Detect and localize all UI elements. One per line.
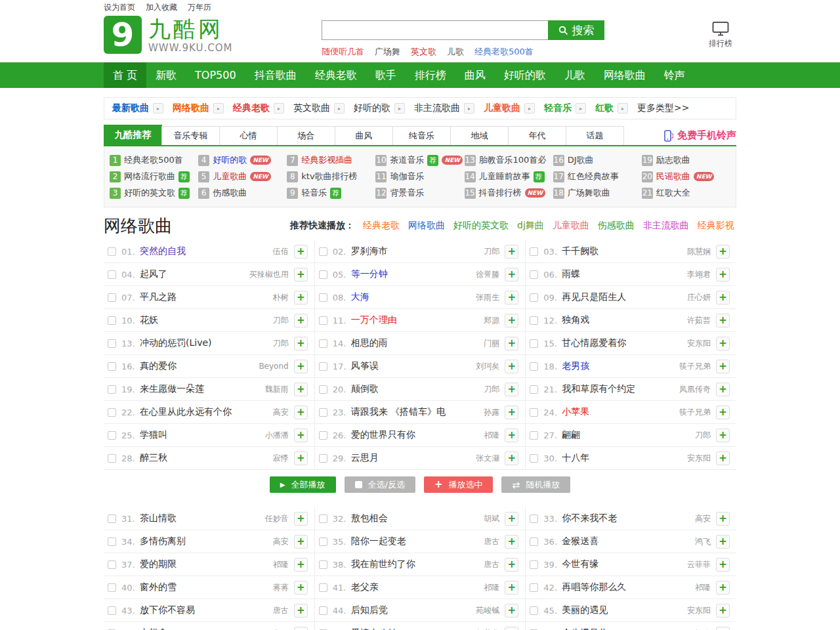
- add-to-playlist-button[interactable]: +: [716, 383, 730, 396]
- song-checkbox[interactable]: [530, 454, 538, 463]
- song-checkbox[interactable]: [319, 606, 327, 615]
- song-artist-link[interactable]: 刀郎: [269, 338, 289, 349]
- topbar-link[interactable]: 设为首页: [104, 3, 135, 12]
- tab[interactable]: 曲风: [335, 126, 393, 145]
- song-title-link[interactable]: 千千阙歌: [562, 245, 598, 257]
- add-to-playlist-button[interactable]: +: [294, 268, 308, 282]
- search-input[interactable]: [322, 20, 548, 40]
- nav-item[interactable]: 首 页: [104, 62, 146, 88]
- song-title-link[interactable]: 今生遇见你: [562, 627, 608, 630]
- free-ringtone-link[interactable]: 免费手机铃声: [664, 129, 736, 142]
- song-title-link[interactable]: 罗刹海市: [351, 245, 388, 257]
- song-artist-link[interactable]: 筷子兄弟: [675, 361, 711, 372]
- nav-item[interactable]: 曲风: [455, 62, 495, 88]
- song-checkbox[interactable]: [108, 537, 116, 546]
- song-title-link[interactable]: 花妖: [140, 314, 158, 326]
- song-checkbox[interactable]: [108, 293, 116, 302]
- song-artist-link[interactable]: 蒋蒋: [269, 582, 289, 593]
- song-artist-link[interactable]: 任妙音: [261, 513, 289, 524]
- tab[interactable]: 话题: [566, 126, 624, 145]
- song-artist-link[interactable]: 庄心妍: [683, 292, 711, 303]
- nav-item[interactable]: 儿歌: [555, 62, 595, 88]
- song-title-link[interactable]: 在心里从此永远有个你: [140, 406, 232, 418]
- song-title-link[interactable]: 再见只是陌生人: [562, 291, 626, 303]
- add-to-playlist-button[interactable]: +: [294, 535, 308, 549]
- add-to-playlist-button[interactable]: +: [716, 314, 730, 327]
- expand-arrow-icon[interactable]: ▸: [618, 103, 628, 114]
- song-title-link[interactable]: 一万个理由: [351, 314, 397, 326]
- add-to-playlist-button[interactable]: +: [716, 452, 730, 465]
- add-to-playlist-button[interactable]: +: [294, 604, 308, 618]
- add-to-playlist-button[interactable]: +: [505, 604, 518, 618]
- topbar-link[interactable]: 万年历: [188, 3, 211, 12]
- category-link[interactable]: 网络流行歌曲: [124, 171, 175, 182]
- song-title-link[interactable]: 雨蝶: [562, 268, 580, 280]
- nav-item[interactable]: TOP500: [186, 62, 245, 88]
- song-checkbox[interactable]: [319, 293, 327, 302]
- tab[interactable]: 地域: [450, 126, 509, 145]
- nav-item[interactable]: 经典老歌: [306, 62, 366, 88]
- song-title-link[interactable]: 独角戏: [562, 314, 589, 326]
- tab[interactable]: 纯音乐: [392, 126, 451, 145]
- song-artist-link[interactable]: 刀郎: [480, 246, 499, 257]
- song-title-link[interactable]: 金猴送喜: [562, 536, 598, 547]
- song-artist-link[interactable]: 许茹芸: [683, 315, 711, 326]
- song-artist-link[interactable]: 祁隆: [269, 559, 289, 570]
- subnav-link[interactable]: 更多类型>>: [637, 102, 689, 114]
- song-artist-link[interactable]: 陈慧娴: [683, 246, 711, 257]
- play-selected-button[interactable]: +播放选中: [424, 476, 494, 493]
- play-all-button[interactable]: ▶全部播放: [270, 476, 336, 493]
- add-to-playlist-button[interactable]: +: [716, 581, 730, 595]
- add-to-playlist-button[interactable]: +: [505, 245, 518, 259]
- add-to-playlist-button[interactable]: +: [294, 558, 308, 572]
- expand-arrow-icon[interactable]: ▸: [274, 103, 284, 114]
- song-title-link[interactable]: 窗外的雪: [140, 581, 177, 593]
- category-link[interactable]: 抖音排行榜: [479, 187, 522, 199]
- song-title-link[interactable]: 老男孩: [562, 360, 589, 372]
- category-link[interactable]: 经典老歌500首: [124, 154, 183, 166]
- add-to-playlist-button[interactable]: +: [716, 604, 730, 618]
- song-checkbox[interactable]: [530, 408, 538, 417]
- song-checkbox[interactable]: [108, 454, 116, 463]
- add-to-playlist-button[interactable]: +: [505, 291, 518, 304]
- add-to-playlist-button[interactable]: +: [716, 429, 730, 442]
- song-title-link[interactable]: 十八年: [562, 452, 589, 464]
- hot-link[interactable]: 随便听几首: [322, 46, 364, 58]
- song-checkbox[interactable]: [108, 247, 116, 256]
- quick-play-link[interactable]: 伤感歌曲: [598, 220, 635, 232]
- song-artist-link[interactable]: 刘珂矣: [472, 361, 499, 372]
- song-checkbox[interactable]: [108, 385, 116, 394]
- tab[interactable]: 音乐专辑: [161, 126, 220, 145]
- quick-play-link[interactable]: 儿童歌曲: [553, 220, 589, 232]
- nav-item[interactable]: 铃声: [655, 62, 694, 88]
- subnav-link[interactable]: 网络歌曲: [173, 102, 209, 114]
- subnav-link[interactable]: 最新歌曲: [112, 102, 149, 114]
- category-link[interactable]: 经典影视插曲: [301, 154, 352, 166]
- song-checkbox[interactable]: [530, 537, 538, 546]
- song-checkbox[interactable]: [319, 339, 327, 348]
- song-checkbox[interactable]: [108, 583, 116, 592]
- song-artist-link[interactable]: 魏新雨: [261, 384, 289, 395]
- song-title-link[interactable]: 我和草原有个约定: [562, 383, 635, 395]
- nav-item[interactable]: 歌手: [366, 62, 406, 88]
- song-title-link[interactable]: 平凡之路: [140, 291, 177, 303]
- song-artist-link[interactable]: 李翊君: [683, 269, 711, 280]
- song-artist-link[interactable]: 刀郎: [691, 430, 711, 441]
- song-artist-link[interactable]: 安东阳: [683, 453, 711, 464]
- hot-link[interactable]: 儿歌: [447, 46, 464, 58]
- nav-item[interactable]: 新歌: [146, 62, 186, 88]
- song-title-link[interactable]: 小苹果: [562, 406, 589, 418]
- song-checkbox[interactable]: [530, 431, 538, 440]
- select-invert-button[interactable]: 全选/反选: [345, 476, 415, 493]
- quick-play-link[interactable]: 经典老歌: [363, 220, 400, 232]
- song-artist-link[interactable]: 鸿飞: [691, 536, 711, 547]
- quick-play-link[interactable]: 非主流歌曲: [643, 220, 689, 232]
- expand-arrow-icon[interactable]: ▸: [464, 103, 474, 114]
- song-artist-link[interactable]: 龙军: [269, 628, 289, 630]
- song-title-link[interactable]: 醉三秋: [140, 452, 167, 464]
- category-link[interactable]: DJ歌曲: [568, 154, 594, 166]
- tab[interactable]: 心情: [219, 126, 278, 145]
- song-checkbox[interactable]: [319, 385, 327, 394]
- song-title-link[interactable]: 多情伤离别: [140, 536, 186, 547]
- category-link[interactable]: 背景音乐: [390, 187, 424, 199]
